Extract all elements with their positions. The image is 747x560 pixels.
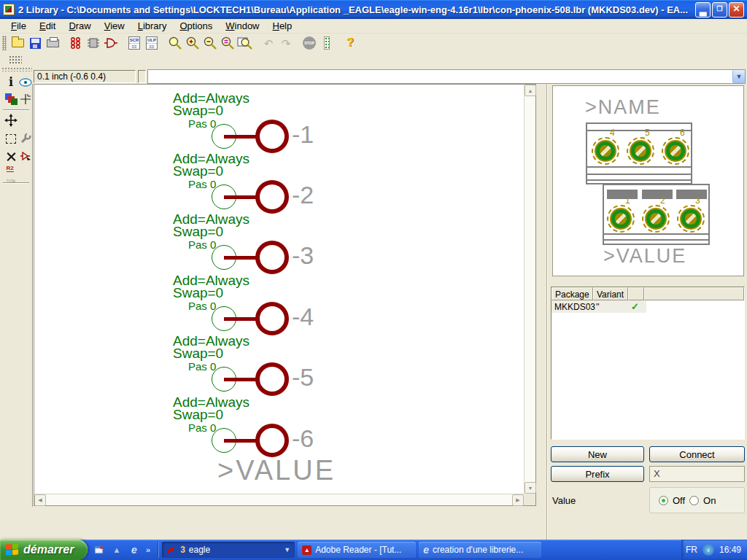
zoom-select-button[interactable] xyxy=(219,35,236,51)
symbol-canvas[interactable]: Add=AlwaysSwap=0Pas 0-1Add=AlwaysSwap=0P… xyxy=(34,85,524,494)
language-bar-icon[interactable]: ‹ xyxy=(703,544,714,556)
task-browser[interactable]: e creation d'une librerie... xyxy=(419,542,541,558)
edit-symbol-button[interactable] xyxy=(102,35,120,51)
chevron-down-icon[interactable]: ▼ xyxy=(732,70,745,83)
menu-window[interactable]: Window xyxy=(219,19,266,33)
task-adobe-reader[interactable]: ▲ Adobe Reader - [Tut... xyxy=(298,542,416,558)
pin-pad-ring[interactable] xyxy=(255,302,289,335)
connected-check-icon: ✓ xyxy=(628,300,642,313)
menu-help[interactable]: Help xyxy=(266,19,299,33)
value-off-radio[interactable] xyxy=(659,496,668,505)
edit-package-button[interactable] xyxy=(67,35,85,51)
pad-screw-slot xyxy=(600,145,611,157)
group-tool[interactable] xyxy=(4,132,18,145)
pin-swap-text: Swap=0 xyxy=(173,408,223,421)
pin-wire xyxy=(224,317,256,321)
start-button[interactable]: démarrer xyxy=(0,540,88,560)
zoom-in-button[interactable] xyxy=(184,35,201,51)
toolbar-grip[interactable] xyxy=(2,36,7,50)
pin-pad-ring[interactable] xyxy=(255,424,289,457)
move-tool[interactable] xyxy=(4,114,18,127)
task-group-chevron-icon[interactable]: ▼ xyxy=(284,546,290,553)
scroll-right-icon[interactable]: ▶ xyxy=(512,494,524,506)
variant-cell[interactable]: '' xyxy=(593,300,628,313)
pin-pitch-text: Pas 0 xyxy=(188,118,216,129)
minimize-button[interactable]: ▃ xyxy=(695,2,711,18)
pin-group--2[interactable]: Add=AlwaysSwap=0Pas 0-2 xyxy=(173,152,341,214)
menu-view[interactable]: View xyxy=(98,19,131,33)
pin-group--5[interactable]: Add=AlwaysSwap=0Pas 0-5 xyxy=(173,334,341,397)
package-table[interactable]: Package Variant MKKDS03 '' ✓ xyxy=(551,287,745,440)
main-toolbar: SCR≡≡ ULP≡≡ xyxy=(0,34,747,52)
name-placeholder-text: >NAME xyxy=(585,98,661,117)
run-ulp-button[interactable]: ULP≡≡ xyxy=(143,35,160,51)
pad-screw-slot xyxy=(635,145,646,157)
horizontal-scrollbar[interactable]: ◀ ▶ xyxy=(34,494,524,505)
column-header-variant[interactable]: Variant xyxy=(593,287,628,300)
zoom-fit-button[interactable] xyxy=(166,35,184,51)
command-input[interactable] xyxy=(148,70,732,83)
new-button[interactable]: New xyxy=(551,446,644,462)
panel-splitter[interactable] xyxy=(546,84,548,540)
value-on-radio[interactable] xyxy=(689,496,699,505)
grid-button[interactable] xyxy=(6,53,25,67)
scroll-left-icon[interactable]: ◀ xyxy=(34,494,46,506)
pin-group--3[interactable]: Add=AlwaysSwap=0Pas 0-3 xyxy=(173,212,341,275)
connect-button[interactable]: Connect xyxy=(649,446,745,462)
change-tool[interactable] xyxy=(19,132,32,145)
column-header-package[interactable]: Package xyxy=(551,287,593,300)
zoom-in-icon xyxy=(185,36,200,50)
redo-button[interactable]: ↷ xyxy=(277,35,295,51)
pin-pad-ring[interactable] xyxy=(255,120,289,153)
table-row[interactable]: MKKDS03 '' ✓ xyxy=(551,300,646,313)
pin-group--4[interactable]: Add=AlwaysSwap=0Pas 0-4 xyxy=(173,273,341,336)
restore-button[interactable]: ❐ xyxy=(712,2,727,18)
scroll-down-icon[interactable]: ▼ xyxy=(525,482,536,494)
zoom-redraw-button[interactable] xyxy=(236,35,254,51)
pin-group--6[interactable]: Add=AlwaysSwap=0Pas 0-6 xyxy=(173,395,341,458)
pin-swap-tool[interactable] xyxy=(19,149,32,163)
pin-wire xyxy=(224,135,256,139)
zoom-out-button[interactable] xyxy=(201,35,219,51)
menu-options[interactable]: Options xyxy=(173,19,219,33)
pin-pitch-text: Pas 0 xyxy=(188,361,216,372)
display-layers-tool[interactable] xyxy=(4,93,18,106)
menu-edit[interactable]: Edit xyxy=(33,19,62,33)
internet-explorer-icon[interactable]: e xyxy=(128,544,140,556)
task-group-eagle[interactable]: 3 eagle ▼ xyxy=(162,542,295,558)
media-player-icon[interactable]: ▲ xyxy=(111,544,123,556)
print-button[interactable] xyxy=(44,35,61,51)
quick-launch-overflow-chevron[interactable]: » xyxy=(146,545,150,554)
column-header-connect[interactable] xyxy=(628,287,644,300)
info-tool[interactable]: i xyxy=(4,76,18,89)
show-tool[interactable] xyxy=(19,76,32,89)
vertical-scrollbar[interactable]: ▲ ▼ xyxy=(524,85,535,494)
scroll-up-icon[interactable]: ▲ xyxy=(525,85,536,96)
go-button[interactable] xyxy=(318,35,336,51)
stop-button[interactable]: STOP xyxy=(301,35,318,51)
edit-device-button[interactable] xyxy=(85,35,102,51)
open-button[interactable] xyxy=(9,35,26,51)
language-indicator[interactable]: FR xyxy=(686,545,697,555)
pin-pad-ring[interactable] xyxy=(255,241,289,274)
pin-pad-ring[interactable] xyxy=(255,180,289,214)
pin-pad-ring[interactable] xyxy=(255,362,289,396)
run-script-button[interactable]: SCR≡≡ xyxy=(125,35,143,51)
prefix-value-field[interactable]: X xyxy=(649,466,745,482)
save-button[interactable] xyxy=(26,35,44,51)
help-button[interactable]: ? xyxy=(341,35,359,51)
pin-group--1[interactable]: Add=AlwaysSwap=0Pas 0-1 xyxy=(173,91,341,154)
show-desktop-icon[interactable] xyxy=(93,544,105,556)
coordinate-spacer xyxy=(138,70,146,83)
mark-tool[interactable] xyxy=(19,93,32,106)
package-cell[interactable]: MKKDS03 xyxy=(551,300,593,313)
menu-library[interactable]: Library xyxy=(131,19,174,33)
name-value-tool[interactable]: R2 10k xyxy=(4,166,18,179)
prefix-button[interactable]: Prefix xyxy=(551,466,644,482)
param-toolbar-grip[interactable] xyxy=(1,67,32,71)
undo-button[interactable]: ↶ xyxy=(260,35,277,51)
traffic-light-icon xyxy=(324,36,330,50)
close-button[interactable]: ✕ xyxy=(729,2,744,18)
menu-file[interactable]: File xyxy=(4,19,33,33)
menu-draw[interactable]: Draw xyxy=(62,19,97,33)
